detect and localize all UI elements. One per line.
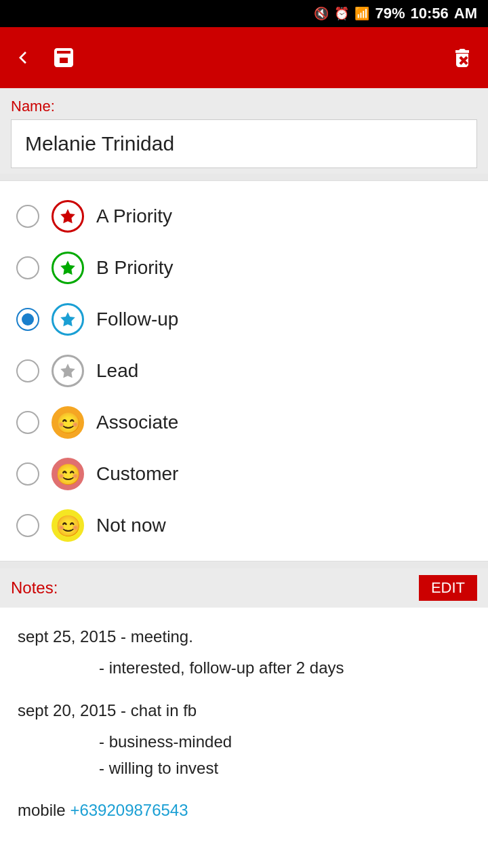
radio-b-priority bbox=[16, 256, 39, 279]
a-priority-icon bbox=[52, 200, 84, 233]
notes-gap-2 bbox=[18, 781, 470, 797]
notes-line-5: - willing to invest bbox=[18, 755, 470, 781]
category-item-a-priority[interactable]: A Priority bbox=[0, 191, 488, 242]
radio-notnow bbox=[16, 514, 39, 537]
notes-section: Notes: EDIT sept 25, 2015 - meeting. - i… bbox=[0, 568, 488, 868]
notes-gap-4 bbox=[18, 845, 470, 861]
radio-lead bbox=[16, 359, 39, 382]
time: 10:56 bbox=[411, 5, 449, 22]
category-item-lead[interactable]: Lead bbox=[0, 345, 488, 397]
notes-content: sept 25, 2015 - meeting. - interested, f… bbox=[0, 608, 488, 868]
lead-icon bbox=[52, 355, 84, 387]
name-input-container bbox=[11, 119, 477, 168]
followup-icon bbox=[52, 303, 84, 336]
alarm-icon: ⏰ bbox=[334, 6, 349, 21]
name-input[interactable] bbox=[25, 132, 463, 155]
name-section: Name: bbox=[0, 88, 488, 174]
b-priority-icon bbox=[52, 252, 84, 284]
edit-button[interactable]: EDIT bbox=[419, 575, 477, 601]
mute-icon: 🔇 bbox=[314, 6, 329, 21]
save-button[interactable] bbox=[52, 45, 76, 70]
associate-icon: 😊 bbox=[52, 406, 84, 439]
back-button[interactable] bbox=[14, 45, 38, 70]
customer-icon: 😊 bbox=[52, 458, 84, 490]
notes-mobile: mobile +639209876543 bbox=[18, 797, 470, 823]
notes-line-2: - interested, follow-up after 2 days bbox=[18, 655, 470, 681]
status-bar: 🔇 ⏰ 📶 79% 10:56 AM bbox=[0, 0, 488, 27]
b-priority-label: B Priority bbox=[96, 257, 174, 279]
notes-label: Notes: bbox=[11, 578, 58, 597]
customer-label: Customer bbox=[96, 463, 178, 485]
notes-email: email melai@gmail.com bbox=[18, 861, 470, 868]
notes-gap-1 bbox=[18, 682, 470, 698]
radio-a-priority bbox=[16, 205, 39, 228]
radio-followup-inner bbox=[22, 313, 34, 326]
category-item-followup[interactable]: Follow-up bbox=[0, 294, 488, 345]
category-section: A Priority B Priority Follow-up bbox=[0, 180, 488, 561]
category-item-b-priority[interactable]: B Priority bbox=[0, 242, 488, 294]
action-bar bbox=[0, 27, 488, 88]
action-bar-left bbox=[14, 45, 76, 70]
mobile-link[interactable]: +639209876543 bbox=[70, 801, 188, 819]
category-item-associate[interactable]: 😊 Associate bbox=[0, 397, 488, 448]
delete-button[interactable] bbox=[450, 45, 474, 70]
status-icons: 🔇 ⏰ 📶 79% 10:56 AM bbox=[314, 5, 477, 22]
notes-header: Notes: EDIT bbox=[0, 568, 488, 608]
battery-level: 79% bbox=[375, 5, 405, 22]
ampm: AM bbox=[454, 5, 477, 22]
a-priority-label: A Priority bbox=[96, 205, 172, 227]
notes-gap-3 bbox=[18, 829, 470, 845]
notes-line-4: - business-minded bbox=[18, 729, 470, 755]
category-item-notnow[interactable]: 😊 Not now bbox=[0, 500, 488, 551]
radio-associate bbox=[16, 411, 39, 434]
email-link[interactable]: melai@gmail.com bbox=[61, 865, 190, 868]
signal-icon: 📶 bbox=[354, 6, 369, 21]
lead-label: Lead bbox=[96, 360, 138, 382]
radio-customer bbox=[16, 462, 39, 486]
notnow-icon: 😊 bbox=[52, 509, 84, 542]
followup-label: Follow-up bbox=[96, 309, 178, 330]
notes-line-3: sept 20, 2015 - chat in fb bbox=[18, 698, 470, 724]
notes-line-1: sept 25, 2015 - meeting. bbox=[18, 624, 470, 650]
notnow-label: Not now bbox=[96, 515, 166, 536]
associate-label: Associate bbox=[96, 412, 178, 433]
radio-followup bbox=[16, 308, 39, 331]
category-item-customer[interactable]: 😊 Customer bbox=[0, 448, 488, 500]
name-label: Name: bbox=[11, 98, 477, 115]
